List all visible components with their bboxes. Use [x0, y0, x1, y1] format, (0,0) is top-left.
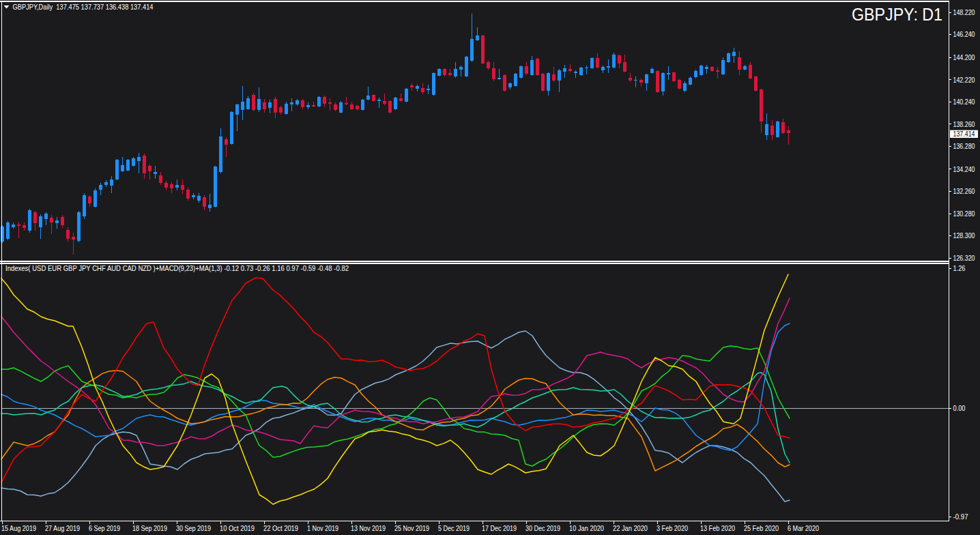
- svg-text:5 Dec 2019: 5 Dec 2019: [438, 524, 470, 532]
- svg-text:1.26: 1.26: [953, 264, 966, 272]
- svg-text:25 Nov 2019: 25 Nov 2019: [394, 524, 429, 532]
- svg-text:0.00: 0.00: [953, 404, 966, 412]
- svg-text:Indexes( USD EUR GBP JPY CHF A: Indexes( USD EUR GBP JPY CHF AUD CAD NZD…: [5, 264, 349, 272]
- svg-text:3 Feb 2020: 3 Feb 2020: [657, 524, 688, 532]
- svg-text:10 Jan 2020: 10 Jan 2020: [569, 524, 604, 532]
- svg-text:138.260: 138.260: [953, 120, 975, 128]
- svg-text:1 Nov 2019: 1 Nov 2019: [307, 524, 338, 532]
- svg-text:25 Feb 2020: 25 Feb 2020: [744, 524, 779, 532]
- svg-text:15 Aug 2019: 15 Aug 2019: [1, 524, 36, 532]
- svg-text:126.320: 126.320: [953, 254, 975, 262]
- svg-text:130.280: 130.280: [953, 209, 975, 218]
- svg-text:140.240: 140.240: [953, 98, 975, 106]
- svg-text:137.414: 137.414: [953, 130, 975, 138]
- svg-text:6 Mar 2020: 6 Mar 2020: [788, 524, 819, 532]
- svg-text:13 Feb 2020: 13 Feb 2020: [700, 524, 735, 532]
- svg-text:18 Sep 2019: 18 Sep 2019: [132, 524, 167, 532]
- svg-text:30 Sep 2019: 30 Sep 2019: [176, 524, 211, 532]
- svg-text:GBPJPY,Daily 137.475 137.737: GBPJPY,Daily 137.475 137.737 136.438 137…: [13, 3, 154, 11]
- svg-text:128.300: 128.300: [953, 231, 975, 240]
- svg-text:-0.97: -0.97: [953, 512, 968, 521]
- svg-text:146.240: 146.240: [953, 30, 975, 38]
- svg-text:10 Oct 2019: 10 Oct 2019: [220, 524, 255, 532]
- svg-text:22 Oct 2019: 22 Oct 2019: [263, 524, 298, 532]
- svg-text:132.260: 132.260: [953, 187, 975, 195]
- svg-text:GBPJPY: D1: GBPJPY: D1: [852, 5, 942, 24]
- svg-text:134.240: 134.240: [953, 165, 975, 173]
- svg-text:148.220: 148.220: [953, 8, 975, 16]
- svg-text:13 Nov 2019: 13 Nov 2019: [351, 524, 386, 532]
- svg-text:144.200: 144.200: [953, 53, 975, 61]
- svg-text:17 Dec 2019: 17 Dec 2019: [482, 524, 517, 532]
- svg-text:22 Jan 2020: 22 Jan 2020: [613, 524, 648, 532]
- svg-text:142.220: 142.220: [953, 76, 975, 84]
- svg-text:30 Dec 2019: 30 Dec 2019: [525, 524, 560, 532]
- svg-text:27 Aug 2019: 27 Aug 2019: [45, 524, 80, 532]
- svg-text:136.280: 136.280: [953, 142, 975, 150]
- svg-text:6 Sep 2019: 6 Sep 2019: [89, 524, 120, 532]
